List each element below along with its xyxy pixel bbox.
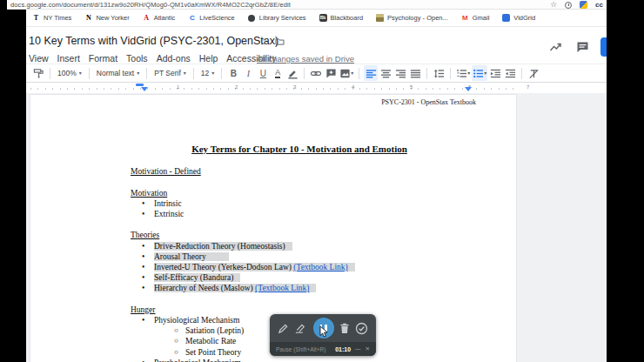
highlight-color-icon[interactable] bbox=[285, 65, 299, 81]
bullet-icon: • bbox=[142, 358, 144, 362]
bookmark-atlantic[interactable]: AAtlantic bbox=[143, 14, 176, 22]
menu-insert[interactable]: Insert bbox=[57, 53, 80, 64]
bookmark-library-services[interactable]: Library Services bbox=[248, 14, 306, 22]
pause-shortcut-label: Pause (Shift+Alt+R) bbox=[276, 346, 325, 352]
justify-button[interactable] bbox=[408, 65, 422, 81]
list-item: •Inverted-U Theory (Yerkes-Dodson Law) (… bbox=[131, 262, 468, 272]
italic-button[interactable]: I bbox=[241, 65, 255, 81]
font-select[interactable]: PT Serif▾ bbox=[151, 65, 189, 81]
comment-history-icon[interactable] bbox=[576, 41, 589, 53]
styles-select[interactable]: Normal text▾ bbox=[94, 65, 142, 81]
minimize-recorder-button[interactable]: — bbox=[355, 346, 361, 352]
selected-text: Arousal Theory bbox=[154, 252, 229, 261]
vidgrid-recorder-toolbar: Pause (Shift+Alt+R) 01:10 — ✕ bbox=[270, 314, 376, 356]
draw-pen-icon[interactable] bbox=[278, 323, 289, 334]
add-comment-icon[interactable] bbox=[324, 65, 338, 81]
underline-button[interactable]: U bbox=[256, 65, 270, 81]
openstax-favicon-icon bbox=[376, 14, 384, 22]
bulleted-list-icon[interactable]: ▾ bbox=[472, 65, 487, 81]
bullet-icon: • bbox=[142, 241, 144, 251]
menu-format[interactable]: Format bbox=[89, 53, 117, 64]
cc-extension-icon[interactable]: cc bbox=[595, 2, 603, 9]
decrease-indent-icon[interactable] bbox=[488, 65, 502, 81]
menu-bar: View Insert Format Tools Add-ons Help Ac… bbox=[29, 53, 277, 64]
doc-heading-title: Key Terms for Chapter 10 - Motivation an… bbox=[131, 143, 468, 156]
chevron-down-icon: ▾ bbox=[211, 70, 214, 76]
bookmark-star-icon[interactable]: ☆ bbox=[550, 1, 557, 9]
extension-icon[interactable] bbox=[580, 1, 587, 9]
bookmark-livescience[interactable]: CLiveScience bbox=[188, 14, 234, 22]
first-line-indent-marker[interactable] bbox=[136, 84, 144, 86]
share-button[interactable] bbox=[600, 37, 607, 57]
bullet-icon: • bbox=[142, 315, 144, 325]
text-color-button[interactable]: A bbox=[271, 65, 285, 81]
blackboard-favicon-icon: Bb bbox=[319, 14, 327, 22]
list-item: •Drive-Reduction Theory (Homeostasis) bbox=[131, 241, 468, 251]
circle-bullet-icon: ○ bbox=[174, 336, 178, 346]
paint-format-icon[interactable] bbox=[31, 65, 45, 81]
browser-address-bar[interactable]: docs.google.com/document/d/131zw9o20RH/Q… bbox=[7, 0, 607, 10]
vidgrid-favicon-icon bbox=[502, 14, 510, 22]
document-title[interactable]: 10 Key Terms with VidGrid (PSYC-2301, Op… bbox=[29, 35, 278, 47]
align-left-button[interactable] bbox=[364, 65, 378, 81]
increase-indent-icon[interactable] bbox=[503, 65, 517, 81]
selected-text: Inverted-U Theory (Yerkes-Dodson Law) (T… bbox=[154, 263, 355, 272]
finish-recording-icon[interactable] bbox=[355, 322, 368, 335]
docs-header: 10 Key Terms with VidGrid (PSYC-2301, Op… bbox=[26, 27, 607, 64]
ny-times-favicon-icon: T bbox=[32, 14, 40, 22]
history-icon[interactable] bbox=[565, 2, 572, 9]
doc-heading-theories: Theories bbox=[131, 230, 468, 240]
ruler[interactable]: 1 2 3 4 5 6 7 bbox=[26, 83, 607, 93]
selected-text: Self-Efficacy (Bandura) bbox=[154, 273, 240, 282]
numbered-list-icon[interactable]: ▾ bbox=[455, 65, 471, 81]
gmail-favicon-icon: M bbox=[461, 14, 469, 22]
move-to-folder-icon[interactable] bbox=[275, 37, 285, 45]
menu-addons[interactable]: Add-ons bbox=[157, 53, 191, 64]
browser-window: TNY Times NNew Yorker AAtlantic CLiveSci… bbox=[26, 10, 607, 362]
textbook-link[interactable]: (Textbook Link) bbox=[293, 263, 347, 272]
line-spacing-icon[interactable] bbox=[432, 65, 446, 81]
page-header: PSYC-2301 - OpenStax Textbook bbox=[30, 95, 516, 106]
insert-image-icon[interactable]: ▾ bbox=[339, 65, 354, 81]
bullet-icon: • bbox=[142, 198, 144, 209]
insert-link-icon[interactable] bbox=[309, 65, 323, 81]
page-url[interactable]: docs.google.com/document/d/131zw9o20RH/Q… bbox=[10, 1, 291, 9]
zoom-select[interactable]: 100%▾ bbox=[55, 65, 84, 81]
textbook-link[interactable]: (Textbook Link) bbox=[255, 284, 309, 292]
right-indent-marker[interactable] bbox=[465, 87, 472, 91]
star-document-icon[interactable]: ☆ bbox=[259, 37, 267, 46]
align-center-button[interactable] bbox=[379, 65, 392, 81]
discard-recording-icon[interactable] bbox=[339, 323, 350, 334]
bullet-icon: • bbox=[142, 262, 144, 272]
close-recorder-button[interactable]: ✕ bbox=[366, 346, 370, 352]
recording-timer: 01:10 bbox=[335, 346, 351, 352]
list-item: •Intrinsic bbox=[131, 198, 468, 209]
bullet-icon: • bbox=[142, 209, 144, 219]
font-size-select[interactable]: 12▾ bbox=[198, 65, 217, 81]
bookmark-ny-times[interactable]: TNY Times bbox=[32, 14, 71, 22]
bold-button[interactable]: B bbox=[226, 65, 240, 81]
bookmark-vidgrid[interactable]: VidGrid bbox=[502, 14, 535, 22]
bullet-icon: • bbox=[142, 283, 144, 293]
annotate-tool-icon[interactable] bbox=[294, 323, 307, 334]
bullet-icon: • bbox=[142, 251, 144, 262]
bookmarks-bar: TNY Times NNew Yorker AAtlantic CLiveSci… bbox=[26, 10, 607, 27]
docs-toolbar: 100%▾ Normal text▾ PT Serif▾ 12▾ B I U A bbox=[26, 64, 607, 83]
menu-view[interactable]: View bbox=[29, 53, 49, 64]
ruler-ticks bbox=[30, 88, 516, 90]
save-status[interactable]: All changes saved in Drive bbox=[257, 54, 354, 64]
bookmark-psychology-openstax[interactable]: Psychology - Open... bbox=[376, 14, 448, 22]
align-right-button[interactable] bbox=[393, 65, 407, 81]
bookmark-blackboard[interactable]: BbBlackboard bbox=[319, 14, 364, 22]
livescience-favicon-icon: C bbox=[188, 14, 196, 22]
menu-tools[interactable]: Tools bbox=[126, 53, 148, 64]
bookmark-gmail[interactable]: MGmail bbox=[461, 14, 490, 22]
activity-dashboard-icon[interactable] bbox=[549, 42, 562, 53]
left-indent-marker[interactable] bbox=[141, 87, 148, 91]
circle-bullet-icon: ○ bbox=[174, 325, 178, 336]
menu-help[interactable]: Help bbox=[199, 53, 218, 64]
bookmark-new-yorker[interactable]: NNew Yorker bbox=[84, 14, 129, 22]
doc-heading-motivation-defined: Motivation - Defined bbox=[131, 166, 468, 177]
chevron-down-icon: ▾ bbox=[137, 70, 139, 76]
clear-formatting-icon[interactable] bbox=[527, 65, 540, 81]
